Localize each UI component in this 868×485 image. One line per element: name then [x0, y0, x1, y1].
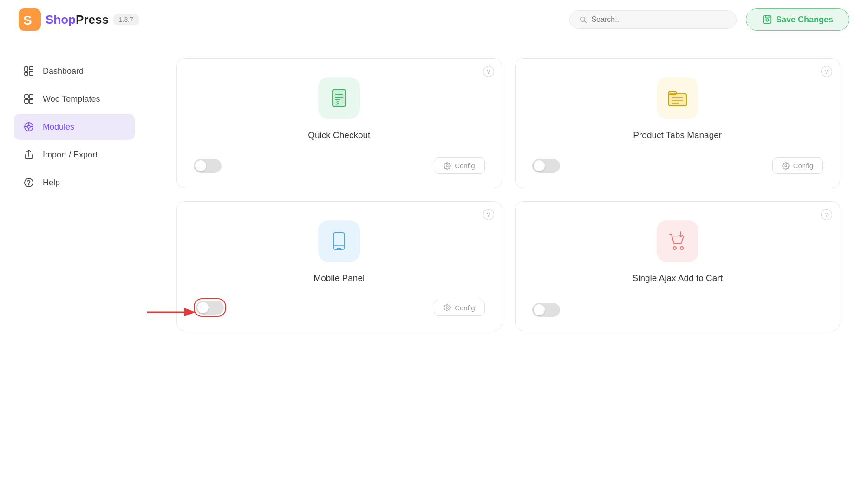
sidebar-item-dashboard-label: Dashboard	[43, 66, 84, 76]
module-card-quick-checkout: ? $ Quick Checkout	[176, 58, 502, 188]
svg-line-3	[584, 21, 586, 23]
mobile-panel-track	[196, 301, 224, 315]
sidebar-item-help-label: Help	[43, 178, 60, 188]
logo-text: ShopPress	[46, 13, 109, 27]
save-changes-button[interactable]: Save Changes	[746, 8, 849, 31]
product-tabs-toggle[interactable]	[532, 159, 560, 173]
mobile-panel-config-button[interactable]: Config	[434, 300, 484, 316]
svg-rect-4	[764, 16, 771, 24]
version-badge: 1.3.7	[113, 14, 139, 25]
svg-rect-8	[25, 72, 28, 75]
ajax-cart-icon-wrap	[657, 220, 698, 262]
mobile-panel-config-label: Config	[455, 304, 475, 312]
svg-rect-31	[669, 94, 686, 106]
quick-checkout-toggle[interactable]	[194, 159, 222, 173]
svg-rect-11	[25, 95, 28, 98]
svg-text:$: $	[336, 100, 339, 107]
gear-icon-2	[782, 162, 790, 170]
shoppress-logo-icon: S	[19, 8, 41, 31]
quick-checkout-help-icon[interactable]: ?	[483, 66, 494, 77]
ajax-cart-name: Single Ajax Add to Cart	[633, 273, 723, 283]
search-input[interactable]	[591, 15, 727, 24]
svg-rect-39	[333, 233, 345, 249]
svg-point-45	[673, 247, 676, 249]
search-bar[interactable]	[569, 10, 737, 29]
ajax-cart-track	[532, 303, 560, 317]
mobile-panel-icon-wrap	[318, 220, 360, 262]
svg-point-5	[766, 19, 769, 21]
mobile-panel-thumb	[197, 302, 209, 313]
svg-point-44	[446, 307, 448, 308]
svg-rect-13	[25, 99, 28, 103]
gear-icon	[444, 162, 451, 170]
mobile-panel-toggle[interactable]	[196, 301, 224, 315]
quick-checkout-icon-wrap: $	[318, 77, 360, 119]
svg-rect-33	[669, 91, 676, 95]
svg-text:S: S	[23, 13, 32, 27]
modules-content: ? $ Quick Checkout	[149, 53, 868, 350]
arrow-annotation	[143, 303, 198, 321]
ajax-cart-footer	[532, 303, 823, 317]
help-circle-icon	[22, 176, 35, 189]
ajax-cart-help-icon[interactable]: ?	[821, 209, 832, 220]
save-icon	[762, 14, 772, 25]
gear-icon-3	[444, 304, 451, 311]
svg-point-46	[680, 247, 683, 249]
product-tabs-name: Product Tabs Manager	[633, 130, 722, 140]
mobile-panel-help-icon[interactable]: ?	[483, 209, 494, 220]
product-tabs-icon-wrap	[657, 77, 698, 119]
quick-checkout-footer: Config	[194, 157, 485, 174]
sidebar-item-dashboard[interactable]: Dashboard	[14, 58, 135, 84]
svg-rect-6	[765, 16, 769, 18]
main-layout: Dashboard Woo Templates	[0, 39, 868, 350]
quick-checkout-thumb	[195, 160, 206, 171]
product-tabs-icon	[666, 86, 689, 110]
svg-rect-7	[25, 67, 28, 71]
svg-point-38	[785, 165, 787, 167]
sidebar: Dashboard Woo Templates	[0, 53, 149, 350]
search-icon	[579, 15, 587, 24]
svg-point-23	[29, 185, 29, 185]
sidebar-item-import-export[interactable]: Import / Export	[14, 142, 135, 168]
module-card-mobile-panel: ? Mobile Panel	[176, 201, 502, 331]
quick-checkout-name: Quick Checkout	[308, 130, 370, 140]
header: S ShopPress 1.3.7 Save Changes	[0, 0, 868, 39]
quick-checkout-track	[194, 159, 222, 173]
modules-icon	[22, 120, 35, 133]
dashboard-icon	[22, 65, 35, 78]
quick-checkout-config-label: Config	[455, 162, 475, 170]
logo-area: S ShopPress 1.3.7	[19, 8, 139, 31]
product-tabs-config-label: Config	[793, 162, 813, 170]
svg-rect-10	[29, 71, 33, 75]
export-icon	[22, 148, 35, 161]
sidebar-item-help[interactable]: Help	[14, 170, 135, 196]
mobile-panel-icon	[329, 231, 349, 251]
svg-point-30	[446, 165, 448, 167]
product-tabs-thumb	[534, 160, 545, 171]
svg-rect-9	[29, 67, 33, 70]
mobile-panel-footer: Config	[194, 298, 485, 317]
ajax-cart-toggle[interactable]	[532, 303, 560, 317]
product-tabs-help-icon[interactable]: ?	[821, 66, 832, 77]
red-arrow-icon	[143, 303, 198, 321]
sidebar-item-import-export-label: Import / Export	[43, 150, 98, 160]
svg-rect-12	[29, 95, 33, 98]
grid-icon	[22, 92, 35, 105]
sidebar-item-woo-templates[interactable]: Woo Templates	[14, 86, 135, 112]
module-card-ajax-cart: ? Single Ajax Add to Cart	[515, 201, 841, 331]
sidebar-item-modules[interactable]: Modules	[14, 114, 135, 140]
module-card-product-tabs: ? Product Tabs Manager	[515, 58, 841, 188]
mobile-panel-toggle-wrapper	[194, 298, 226, 317]
sidebar-item-modules-label: Modules	[43, 122, 74, 132]
product-tabs-footer: Config	[532, 157, 823, 174]
save-label: Save Changes	[776, 15, 833, 25]
svg-rect-14	[29, 99, 33, 103]
mobile-panel-toggle-highlight	[194, 298, 226, 317]
ajax-cart-icon	[666, 229, 689, 253]
quick-checkout-config-button[interactable]: Config	[434, 157, 484, 174]
product-tabs-track	[532, 159, 560, 173]
sidebar-item-woo-label: Woo Templates	[43, 94, 100, 104]
product-tabs-config-button[interactable]: Config	[772, 157, 823, 174]
quick-checkout-icon: $	[328, 87, 350, 109]
ajax-cart-thumb	[534, 304, 545, 315]
